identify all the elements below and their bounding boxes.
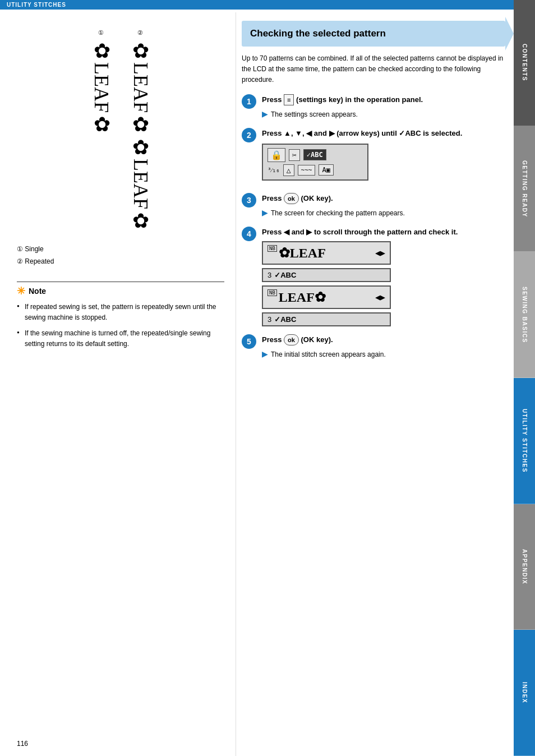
- step-num-5: 5: [242, 334, 256, 349]
- sidebar-item-index[interactable]: INDEX: [514, 630, 535, 756]
- scroll-num-1: 3: [268, 271, 271, 279]
- intro-text: Up to 70 patterns can be combined. If al…: [242, 53, 505, 86]
- step-3-instruction: Press ok (OK key).: [262, 193, 505, 205]
- step-content-3: Press ok (OK key). ▶ The screen for chec…: [262, 193, 505, 219]
- leaf-repeated-text: ✿LEAF✿✿LEAF✿: [129, 39, 151, 232]
- lcd-icon-abc-highlighted: ✓ABC: [303, 149, 326, 160]
- lcd-fraction: ³⁄₁₆: [268, 167, 280, 174]
- lcd-bottom-row: ³⁄₁₆ △ ~~~ A▣: [268, 164, 363, 176]
- sidebar-item-utility-stitches[interactable]: UTILITY STITCHES: [514, 378, 535, 504]
- scroll-right-arrows-1: ◀▶: [375, 248, 385, 258]
- step-2-lcd: 🔒 ✂ ✓ABC ³⁄₁₆ △ ~~~ A▣: [262, 144, 505, 181]
- ok-key-icon-5: ok: [284, 334, 299, 346]
- step-num-1: 1: [242, 94, 256, 109]
- note-list: If repeated sewing is set, the pattern i…: [17, 302, 224, 349]
- sidebar-label-sewing-basics: SEWING BASICS: [522, 287, 528, 343]
- top-bar: UTILITY STITCHES: [0, 0, 535, 10]
- step-4: 4 Press ◀ and ▶ to scroll through the pa…: [242, 227, 505, 326]
- step-3: 3 Press ok (OK key). ▶ The screen for ch…: [242, 193, 505, 219]
- note-label: Note: [29, 287, 46, 296]
- scroll-check-abc-2: ✓ABC: [274, 315, 296, 324]
- lcd-icon-lock: 🔒: [268, 148, 285, 162]
- right-sidebar: CONTENTS GETTING READY SEWING BASICS UTI…: [514, 0, 535, 756]
- section-title: Checking the selected pattern: [250, 27, 497, 40]
- note-item-1: If repeated sewing is set, the pattern i…: [17, 302, 224, 323]
- scroll-num-2: 3: [268, 315, 271, 324]
- section-title-box: Checking the selected pattern: [242, 21, 505, 47]
- right-panel: Checking the selected pattern Up to 70 p…: [236, 12, 514, 756]
- arrow-icon-5: ▶: [262, 348, 268, 360]
- leaf-scroll-1: ✿LEAF: [279, 245, 326, 261]
- step-4-instruction: Press ◀ and ▶ to scroll through the patt…: [262, 227, 505, 238]
- step-1-instruction: Press ≡ (settings key) in the operation …: [262, 94, 505, 106]
- top-bar-label: UTILITY STITCHES: [7, 2, 66, 8]
- arrow-icon-3: ▶: [262, 207, 268, 219]
- circle-2: ②: [137, 29, 143, 36]
- sidebar-item-getting-ready[interactable]: GETTING READY: [514, 126, 535, 252]
- lcd-top-row: 🔒 ✂ ✓ABC: [268, 148, 363, 162]
- note-icon: ✳: [17, 285, 25, 297]
- scroll-left: NB ✿LEAF: [268, 245, 326, 261]
- leaf-col-1: ① ✿LEAF✿: [90, 29, 112, 232]
- step-content-1: Press ≡ (settings key) in the operation …: [262, 94, 505, 121]
- leaf-col-2: ② ✿LEAF✿✿LEAF✿: [129, 29, 151, 232]
- lcd-icon-wave: ~~~: [298, 165, 316, 176]
- step-2: 2 Press ▲, ▼, ◀ and ▶ (arrow keys) until…: [242, 128, 505, 185]
- lcd-icon-a: A▣: [319, 164, 333, 176]
- step-content-4: Press ◀ and ▶ to scroll through the patt…: [262, 227, 505, 326]
- sidebar-item-appendix[interactable]: APPENDIX: [514, 504, 535, 630]
- step-5: 5 Press ok (OK key). ▶ The initial stitc…: [242, 334, 505, 361]
- leaf-illustrations: ① ✿LEAF✿ ② ✿LEAF✿✿LEAF✿: [17, 29, 224, 232]
- nb-tag-1: NB: [268, 245, 277, 252]
- scroll-display-1: NB ✿LEAF ◀▶: [262, 241, 391, 265]
- step-content-5: Press ok (OK key). ▶ The initial stitch …: [262, 334, 505, 361]
- scroll-left-2: NB LEAF✿: [268, 289, 326, 305]
- scroll-check-abc-1: ✓ABC: [274, 271, 296, 279]
- step-num-3: 3: [242, 193, 256, 208]
- note-item-2: If the sewing machine is turned off, the…: [17, 328, 224, 349]
- sidebar-label-index: INDEX: [522, 682, 528, 703]
- page-number: 116: [17, 740, 28, 748]
- sidebar-item-sewing-basics[interactable]: SEWING BASICS: [514, 252, 535, 378]
- scroll-bottom-row-2: 3 ✓ABC: [262, 312, 505, 326]
- main-content: ① ✿LEAF✿ ② ✿LEAF✿✿LEAF✿ ① Single ② Repea…: [0, 12, 514, 756]
- step-3-result: ▶ The screen for checking the pattern ap…: [262, 207, 505, 219]
- lcd-icon-needle: △: [283, 164, 294, 176]
- sidebar-label-utility-stitches: UTILITY STITCHES: [522, 409, 528, 473]
- scroll-display-2: NB LEAF✿ ◀▶: [262, 285, 391, 309]
- circle-1: ①: [98, 29, 104, 36]
- leaf-single-text: ✿LEAF✿: [90, 39, 112, 136]
- settings-key-icon: ≡: [284, 94, 294, 106]
- left-panel: ① ✿LEAF✿ ② ✿LEAF✿✿LEAF✿ ① Single ② Repea…: [0, 12, 236, 756]
- arrow-icon-1: ▶: [262, 108, 268, 120]
- step-1-result: ▶ The settings screen appears.: [262, 108, 505, 120]
- step-content-2: Press ▲, ▼, ◀ and ▶ (arrow keys) until ✓…: [262, 128, 505, 185]
- sidebar-item-contents[interactable]: CONTENTS: [514, 0, 535, 126]
- step-num-2: 2: [242, 128, 256, 142]
- scroll-bottom-row-1: 3 ✓ABC: [262, 268, 505, 282]
- note-section: ✳ Note If repeated sewing is set, the pa…: [17, 282, 224, 349]
- sidebar-label-contents: CONTENTS: [522, 44, 528, 81]
- step-2-instruction: Press ▲, ▼, ◀ and ▶ (arrow keys) until ✓…: [262, 128, 505, 139]
- step-num-4: 4: [242, 227, 256, 241]
- label-single: ① Single: [17, 243, 224, 256]
- scroll-abc-row-1: 3 ✓ABC: [262, 268, 391, 282]
- step-5-instruction: Press ok (OK key).: [262, 334, 505, 346]
- leaf-scroll-2: LEAF✿: [279, 289, 326, 305]
- label-repeated: ② Repeated: [17, 256, 224, 268]
- step-1: 1 Press ≡ (settings key) in the operatio…: [242, 94, 505, 121]
- leaf-labels: ① Single ② Repeated: [17, 243, 224, 268]
- scroll-right-arrows-2: ◀▶: [375, 292, 385, 302]
- scroll-abc-row-2: 3 ✓ABC: [262, 312, 391, 326]
- lcd-display-2: 🔒 ✂ ✓ABC ³⁄₁₆ △ ~~~ A▣: [262, 144, 368, 181]
- note-header: ✳ Note: [17, 282, 224, 297]
- sidebar-label-appendix: APPENDIX: [522, 549, 528, 584]
- nb-tag-2: NB: [268, 289, 277, 296]
- sidebar-label-getting-ready: GETTING READY: [522, 160, 528, 218]
- ok-key-icon-3: ok: [284, 193, 299, 205]
- step-5-result: ▶ The initial stitch screen appears agai…: [262, 348, 505, 360]
- lcd-icon-scissors: ✂: [289, 149, 300, 161]
